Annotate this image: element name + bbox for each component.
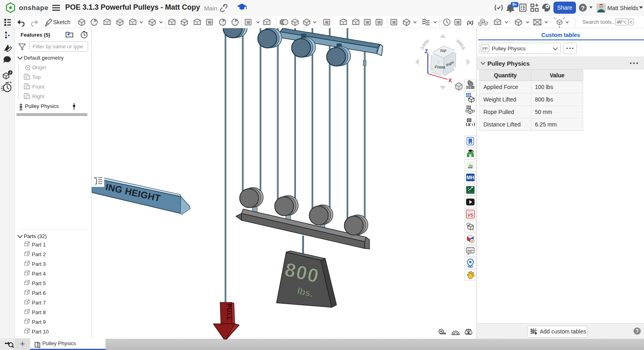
svg-text:MH: MH	[466, 175, 474, 180]
svg-text:Y: Y	[437, 60, 440, 64]
svg-text:?: ?	[9, 71, 11, 75]
svg-text:?: ?	[581, 4, 584, 11]
svg-text:Z: Z	[425, 48, 428, 54]
svg-text:x: x	[467, 121, 471, 127]
svg-text:PP: PP	[482, 47, 488, 51]
svg-text:(x): (x)	[467, 19, 473, 25]
svg-text:VS: VS	[467, 213, 473, 217]
svg-text:9+: 9+	[512, 2, 517, 7]
svg-text:Pulley Physics: Pulley Physics	[487, 60, 530, 67]
svg-text:X: X	[448, 77, 452, 83]
svg-text:v e x: v e x	[468, 210, 473, 213]
svg-text:PULL: PULL	[226, 304, 232, 321]
svg-text:Pulley Physics: Pulley Physics	[492, 46, 526, 52]
svg-text:#@*: #@*	[467, 249, 473, 253]
